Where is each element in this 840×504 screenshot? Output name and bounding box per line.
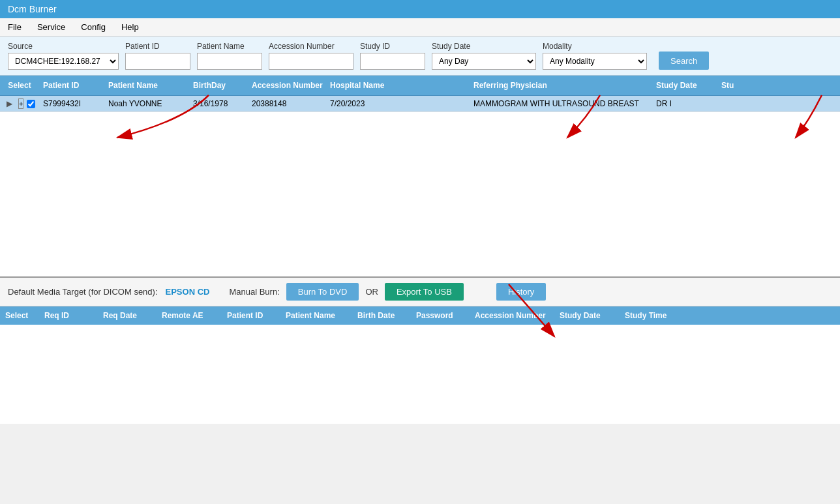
menu-config[interactable]: Config	[78, 21, 108, 33]
accession-label: Accession Number	[269, 42, 353, 51]
row-referring-physician: MAMMOGRAM WITH ULTRASOUND BREAST	[470, 96, 652, 111]
burn-panel: Default Media Target (for DICOM send): E…	[0, 278, 840, 306]
th-select: Select	[0, 80, 39, 91]
qth-password: Password	[411, 310, 470, 321]
row-checkbox[interactable]	[27, 100, 35, 108]
default-media-label: Default Media Target (for DICOM send):	[8, 287, 158, 297]
menu-file[interactable]: File	[5, 21, 24, 33]
qth-select: Select	[0, 310, 39, 321]
title-bar: Dcm Burner	[0, 0, 840, 18]
qth-req-date: Req Date	[98, 310, 157, 321]
qth-birth-date: Birth Date	[352, 310, 411, 321]
manual-burn-label: Manual Burn:	[229, 287, 279, 297]
study-date-label: Study Date	[432, 42, 536, 51]
th-patient-name: Patient Name	[104, 80, 189, 91]
bottom-section: Default Media Target (for DICOM send): E…	[0, 278, 840, 424]
th-birthday: BirthDay	[189, 80, 248, 91]
main-table-body: ▶ + S7999432I Noah YVONNE 3/16/1978 2038…	[0, 96, 840, 274]
source-label: Source	[8, 42, 119, 51]
qth-remote-ae: Remote AE	[157, 310, 222, 321]
table-row[interactable]: ▶ + S7999432I Noah YVONNE 3/16/1978 2038…	[0, 96, 840, 112]
menu-service[interactable]: Service	[35, 21, 68, 33]
modality-select[interactable]: Any Modality MR CT US	[543, 53, 647, 70]
row-birthday: 3/16/1978	[189, 96, 248, 111]
queue-table-header: Select Req ID Req Date Remote AE Patient…	[0, 306, 840, 325]
accession-field-group: Accession Number	[269, 42, 353, 70]
th-accession: Accession Number	[248, 80, 326, 91]
source-field-group: Source DCM4CHEE:192.168.27	[8, 42, 119, 70]
study-id-input[interactable]	[360, 53, 425, 70]
source-select[interactable]: DCM4CHEE:192.168.27	[8, 53, 119, 70]
qth-req-id: Req ID	[39, 310, 98, 321]
modality-label: Modality	[543, 42, 647, 51]
queue-table-area: Select Req ID Req Date Remote AE Patient…	[0, 306, 840, 424]
app-title: Dcm Burner	[8, 4, 57, 14]
search-button[interactable]: Search	[659, 52, 709, 70]
th-referring-physician: Referring Physician	[470, 80, 652, 91]
qth-patient-id: Patient ID	[222, 310, 280, 321]
row-accession: 20388148	[248, 96, 326, 111]
qth-study-date: Study Date	[554, 310, 620, 321]
history-button[interactable]: History	[496, 283, 546, 301]
study-date-select[interactable]: Any Day Today Yesterday Last Week	[432, 53, 536, 70]
row-hospital: 7/20/2023	[326, 96, 470, 111]
menu-bar: File Service Config Help	[0, 18, 840, 37]
qth-study-time: Study Time	[620, 310, 672, 321]
study-date-field-group: Study Date Any Day Today Yesterday Last …	[432, 42, 536, 70]
patient-id-field-group: Patient ID	[125, 42, 190, 70]
queue-body	[0, 325, 840, 416]
th-patient-id: Patient ID	[39, 80, 104, 91]
patient-id-input[interactable]	[125, 53, 190, 70]
row-select-cell: ▶ +	[0, 96, 39, 111]
menu-help[interactable]: Help	[119, 21, 142, 33]
qth-patient-name: Patient Name	[280, 310, 352, 321]
patient-id-label: Patient ID	[125, 42, 190, 51]
th-study-date: Study Date	[652, 80, 717, 91]
qth-accession: Accession Number	[470, 310, 554, 321]
study-id-field-group: Study ID	[360, 42, 425, 70]
modality-field-group: Modality Any Modality MR CT US	[543, 42, 647, 70]
main-table-container: Select Patient ID Patient Name BirthDay …	[0, 76, 840, 278]
burn-dvd-button[interactable]: Burn To DVD	[286, 283, 359, 301]
row-arrow-icon: ▶	[7, 99, 12, 108]
expand-button[interactable]: +	[18, 98, 23, 109]
th-hospital: Hospital Name	[326, 80, 470, 91]
main-table-header: Select Patient ID Patient Name BirthDay …	[0, 76, 840, 96]
study-id-label: Study ID	[360, 42, 425, 51]
accession-input[interactable]	[269, 53, 353, 70]
th-stud: Stu	[717, 80, 757, 91]
export-usb-button[interactable]: Export To USB	[385, 283, 464, 301]
row-patient-id: S7999432I	[39, 96, 104, 111]
epson-cd-label: EPSON CD	[166, 287, 210, 297]
patient-name-input[interactable]	[197, 53, 262, 70]
row-study-date: DR I	[652, 96, 717, 111]
or-text: OR	[365, 287, 378, 297]
row-patient-name: Noah YVONNE	[104, 96, 189, 111]
search-panel: Source DCM4CHEE:192.168.27 Patient ID Pa…	[0, 37, 840, 76]
patient-name-field-group: Patient Name	[197, 42, 262, 70]
patient-name-label: Patient Name	[197, 42, 262, 51]
main-table-area: Select Patient ID Patient Name BirthDay …	[0, 76, 840, 278]
